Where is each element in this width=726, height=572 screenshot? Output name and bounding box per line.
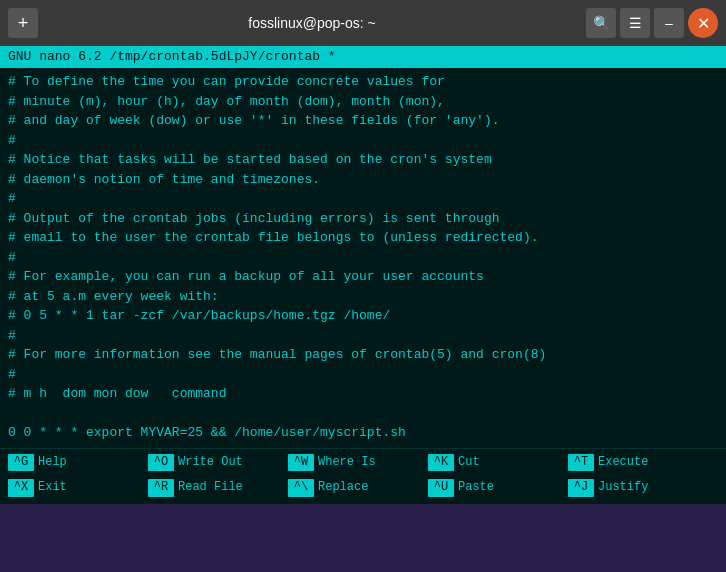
- shortcut-label: Cut: [458, 454, 480, 471]
- nano-line: # daemon's notion of time and timezones.: [8, 170, 718, 190]
- shortcut-label: Replace: [318, 479, 368, 496]
- shortcut-label: Justify: [598, 479, 648, 496]
- add-tab-button[interactable]: +: [8, 8, 38, 38]
- nano-line: # For example, you can run a backup of a…: [8, 267, 718, 287]
- title-bar: + fosslinux@pop-os: ~ 🔍 ☰ – ✕: [0, 0, 726, 46]
- shortcut-item[interactable]: ^XExit: [4, 478, 144, 497]
- shortcut-key: ^\: [288, 479, 314, 496]
- shortcut-key: ^T: [568, 454, 594, 471]
- shortcut-key: ^O: [148, 454, 174, 471]
- shortcut-label: Exit: [38, 479, 67, 496]
- nano-line: # m h dom mon dow command: [8, 384, 718, 404]
- nano-line: #: [8, 189, 718, 209]
- nano-line: [8, 404, 718, 424]
- shortcut-key: ^W: [288, 454, 314, 471]
- shortcut-item[interactable]: ^TExecute: [564, 453, 704, 472]
- search-icon: 🔍: [593, 15, 610, 31]
- shortcut-label: Write Out: [178, 454, 243, 471]
- shortcut-item[interactable]: ^JJustify: [564, 478, 704, 497]
- minimize-button[interactable]: –: [654, 8, 684, 38]
- shortcut-key: ^R: [148, 479, 174, 496]
- nano-line: # at 5 a.m every week with:: [8, 287, 718, 307]
- nano-line: #: [8, 365, 718, 385]
- nano-line: # Notice that tasks will be started base…: [8, 150, 718, 170]
- shortcut-row-2: ^XExit^RRead File^\Replace^UPaste^JJusti…: [0, 476, 726, 501]
- nano-line: # 0 5 * * 1 tar -zcf /var/backups/home.t…: [8, 306, 718, 326]
- shortcut-item[interactable]: ^\Replace: [284, 478, 424, 497]
- shortcut-item[interactable]: ^UPaste: [424, 478, 564, 497]
- shortcut-key: ^J: [568, 479, 594, 496]
- nano-line: # and day of week (dow) or use '*' in th…: [8, 111, 718, 131]
- shortcut-label: Read File: [178, 479, 243, 496]
- nano-line: # Output of the crontab jobs (including …: [8, 209, 718, 229]
- close-button[interactable]: ✕: [688, 8, 718, 38]
- shortcut-item[interactable]: ^OWrite Out: [144, 453, 284, 472]
- shortcut-item[interactable]: ^KCut: [424, 453, 564, 472]
- nano-line: # email to the user the crontab file bel…: [8, 228, 718, 248]
- close-icon: ✕: [697, 14, 710, 33]
- shortcut-item[interactable]: ^RRead File: [144, 478, 284, 497]
- nano-line: #: [8, 248, 718, 268]
- nano-status-text: GNU nano 6.2 /tmp/crontab.5dLpJY/crontab…: [8, 48, 336, 67]
- nano-status-bar: GNU nano 6.2 /tmp/crontab.5dLpJY/crontab…: [0, 46, 726, 68]
- menu-icon: ☰: [629, 15, 642, 31]
- shortcut-label: Paste: [458, 479, 494, 496]
- minimize-icon: –: [665, 15, 673, 31]
- nano-line: # minute (m), hour (h), day of month (do…: [8, 92, 718, 112]
- window-title: fosslinux@pop-os: ~: [38, 15, 586, 31]
- nano-line: 0 0 * * * export MYVAR=25 && /home/user/…: [8, 423, 718, 443]
- shortcut-item[interactable]: ^GHelp: [4, 453, 144, 472]
- menu-button[interactable]: ☰: [620, 8, 650, 38]
- nano-line: #: [8, 131, 718, 151]
- nano-line: # For more information see the manual pa…: [8, 345, 718, 365]
- shortcut-item[interactable]: ^WWhere Is: [284, 453, 424, 472]
- nano-line: # To define the time you can provide con…: [8, 72, 718, 92]
- shortcut-key: ^U: [428, 479, 454, 496]
- nano-content[interactable]: # To define the time you can provide con…: [0, 68, 726, 448]
- add-tab-icon: +: [18, 13, 29, 34]
- nano-shortcut-bar: ^GHelp^OWrite Out^WWhere Is^KCut^TExecut…: [0, 448, 726, 504]
- nano-editor: GNU nano 6.2 /tmp/crontab.5dLpJY/crontab…: [0, 46, 726, 504]
- shortcut-key: ^X: [8, 479, 34, 496]
- shortcut-label: Where Is: [318, 454, 376, 471]
- shortcut-label: Help: [38, 454, 67, 471]
- nano-line: #: [8, 326, 718, 346]
- shortcut-label: Execute: [598, 454, 648, 471]
- title-bar-left: +: [8, 8, 38, 38]
- title-bar-controls: 🔍 ☰ – ✕: [586, 8, 718, 38]
- search-button[interactable]: 🔍: [586, 8, 616, 38]
- shortcut-row-1: ^GHelp^OWrite Out^WWhere Is^KCut^TExecut…: [0, 451, 726, 476]
- shortcut-key: ^K: [428, 454, 454, 471]
- shortcut-key: ^G: [8, 454, 34, 471]
